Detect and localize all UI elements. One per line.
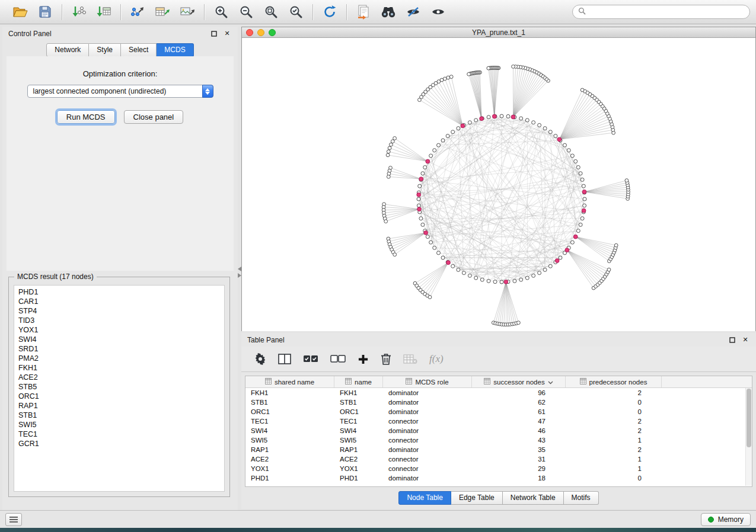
mcds-tab-content: Optimization criterion: largest connecte… (7, 56, 234, 271)
import-table-icon[interactable] (95, 3, 113, 21)
mcds-result-item[interactable]: FKH1 (14, 363, 224, 373)
mcds-result-group: MCDS result (17 nodes) PHD1CAR1STP4TID3Y… (8, 277, 230, 497)
zoom-out-icon[interactable] (237, 3, 255, 21)
column-header[interactable]: successor nodes (472, 376, 566, 387)
tab-network-table[interactable]: Network Table (503, 491, 564, 505)
criterion-dropdown[interactable]: largest connected component (undirected) (27, 85, 213, 98)
table-cell-predecessor_nodes: 1 (566, 456, 662, 463)
table-row[interactable]: ORC1ORC1dominator610 (245, 407, 752, 416)
show-columns-icon[interactable] (278, 354, 291, 364)
tab-mcds[interactable]: MCDS (157, 43, 193, 57)
tab-edge-table[interactable]: Edge Table (451, 491, 503, 505)
table-cell-successor_nodes: 47 (472, 418, 566, 425)
criterion-dropdown-value: largest connected component (undirected) (33, 87, 167, 95)
mcds-result-item[interactable]: STP4 (14, 306, 224, 316)
delete-row-trash-icon[interactable] (381, 353, 391, 366)
network-canvas[interactable] (242, 38, 755, 331)
table-cell-predecessor_nodes: 2 (566, 446, 662, 453)
node-table-header: shared namenameMCDS rolesuccessor nodesp… (245, 376, 752, 388)
tab-node-table[interactable]: Node Table (398, 491, 451, 505)
mcds-result-item[interactable]: STB5 (14, 382, 224, 392)
table-row[interactable]: PHD1PHD1dominator180 (245, 473, 752, 483)
network-window-title: YPA_prune.txt_1 (242, 28, 755, 37)
search-network-binoculars-icon[interactable] (379, 3, 397, 21)
table-row[interactable]: ACE2ACE2connector311 (245, 454, 752, 464)
mcds-result-item[interactable]: ORC1 (14, 392, 224, 401)
close-panel-icon[interactable]: ✕ (222, 29, 232, 39)
table-scrollbar-thumb[interactable] (747, 389, 751, 447)
float-table-panel-icon[interactable] (728, 335, 737, 345)
table-row[interactable]: RAP1RAP1dominator352 (245, 445, 752, 454)
open-session-icon[interactable] (11, 3, 29, 21)
control-panel-tabs: Network Style Select MCDS (2, 43, 238, 57)
share-document-icon[interactable] (355, 3, 372, 21)
table-settings-gear-icon[interactable] (254, 353, 266, 365)
mcds-result-item[interactable]: PMA2 (14, 354, 224, 363)
add-row-plus-icon[interactable] (358, 354, 369, 365)
mcds-result-item[interactable]: SWI4 (14, 335, 224, 344)
mcds-result-item[interactable]: RAP1 (14, 401, 224, 411)
mcds-result-item[interactable]: STB1 (14, 411, 224, 420)
table-cell-shared_name: RAP1 (245, 446, 334, 453)
zoom-in-icon[interactable] (212, 3, 230, 21)
toolbar-separator (204, 4, 205, 20)
table-cell-shared_name: ACE2 (245, 456, 334, 463)
mcds-result-item[interactable]: GCR1 (14, 439, 224, 448)
table-scrollbar[interactable] (745, 388, 752, 486)
mcds-result-item[interactable]: SRD1 (14, 344, 224, 354)
close-panel-button[interactable]: Close panel (124, 110, 184, 124)
import-network-icon[interactable] (70, 3, 88, 21)
table-cell-successor_nodes: 46 (472, 427, 566, 434)
column-header[interactable]: shared name (245, 376, 334, 387)
dropdown-stepper-icon[interactable] (202, 85, 213, 98)
table-row[interactable]: SWI4SWI4dominator462 (245, 426, 752, 435)
zoom-fit-icon[interactable] (262, 3, 280, 21)
run-mcds-button[interactable]: Run MCDS (57, 110, 115, 124)
export-image-icon[interactable] (178, 3, 196, 21)
table-row[interactable]: FKH1FKH1dominator962 (245, 388, 752, 398)
status-menu-icon[interactable] (5, 513, 22, 526)
table-cell-shared_name: SWI4 (245, 427, 334, 434)
tab-motifs[interactable]: Motifs (564, 491, 599, 505)
hide-graphics-details-icon[interactable] (404, 3, 422, 21)
memory-button[interactable]: Memory (701, 513, 751, 526)
deselect-all-icon[interactable] (330, 354, 346, 364)
table-row[interactable]: SWI5SWI5connector431 (245, 435, 752, 445)
mcds-result-item[interactable]: PHD1 (14, 287, 224, 297)
table-row[interactable]: TEC1TEC1connector472 (245, 416, 752, 426)
save-session-icon[interactable] (36, 3, 54, 21)
column-dropdown-icon[interactable] (548, 379, 553, 386)
mcds-result-item[interactable]: SWI5 (14, 420, 224, 430)
tab-network[interactable]: Network (46, 43, 89, 57)
column-header[interactable]: MCDS role (383, 376, 472, 387)
tab-select[interactable]: Select (121, 43, 157, 57)
mcds-result-item[interactable]: TID3 (14, 316, 224, 325)
mcds-result-item[interactable]: YOX1 (14, 325, 224, 335)
export-table-icon[interactable] (154, 3, 171, 21)
network-window-titlebar[interactable]: YPA_prune.txt_1 (242, 27, 755, 38)
table-cell-name: STB1 (334, 399, 383, 406)
global-search[interactable] (572, 5, 750, 19)
export-network-icon[interactable] (129, 3, 146, 21)
column-header[interactable]: name (334, 376, 383, 387)
mcds-result-item[interactable]: TEC1 (14, 430, 224, 439)
mcds-result-item[interactable]: CAR1 (14, 297, 224, 306)
mcds-result-item[interactable]: ACE2 (14, 373, 224, 382)
main-toolbar (0, 0, 756, 24)
table-row[interactable]: YOX1YOX1connector291 (245, 464, 752, 473)
mcds-result-list[interactable]: PHD1CAR1STP4TID3YOX1SWI4SRD1PMA2FKH1ACE2… (14, 285, 225, 492)
table-row[interactable]: STB1STB1dominator620 (245, 398, 752, 407)
search-input[interactable] (589, 7, 744, 17)
refresh-view-icon[interactable] (321, 3, 339, 21)
network-graph[interactable] (242, 38, 755, 331)
tab-style[interactable]: Style (89, 43, 121, 57)
zoom-selected-icon[interactable] (287, 3, 305, 21)
table-cell-successor_nodes: 96 (472, 389, 566, 396)
float-panel-icon[interactable] (209, 29, 219, 39)
close-table-panel-icon[interactable]: ✕ (741, 335, 750, 345)
column-header[interactable]: predecessor nodes (566, 376, 662, 387)
mcds-result-title: MCDS result (17 nodes) (14, 273, 97, 281)
show-graphics-details-eye-icon[interactable] (429, 3, 447, 21)
table-cell-mcds_role: connector (383, 437, 472, 444)
select-all-icon[interactable] (303, 354, 318, 364)
